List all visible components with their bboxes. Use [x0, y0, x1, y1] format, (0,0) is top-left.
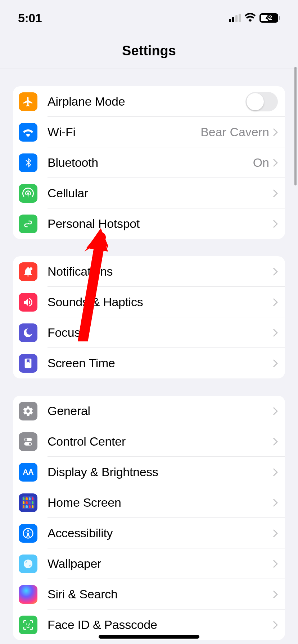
row-label: Focus	[48, 326, 273, 340]
chevron-right-icon	[273, 267, 278, 276]
row-bluetooth[interactable]: Bluetooth On	[13, 147, 285, 178]
row-label: Wi-Fi	[48, 125, 200, 139]
row-label: General	[48, 404, 273, 418]
screen-time-icon	[19, 354, 37, 373]
wifi-icon	[19, 123, 37, 142]
row-label: Sounds & Haptics	[48, 295, 273, 309]
page-title: Settings	[0, 29, 298, 69]
row-notifications[interactable]: Notifications	[13, 256, 285, 287]
chevron-right-icon	[273, 621, 278, 629]
row-label: Display & Brightness	[48, 465, 273, 479]
row-label: Cellular	[48, 186, 273, 200]
chevron-right-icon	[273, 560, 278, 568]
chevron-right-icon	[273, 359, 278, 368]
row-label: Accessibility	[48, 526, 273, 540]
row-label: Notifications	[48, 264, 273, 279]
airplane-icon	[19, 92, 37, 111]
chevron-right-icon	[273, 468, 278, 477]
general-icon	[19, 402, 37, 420]
row-label: Airplane Mode	[48, 95, 245, 109]
focus-icon	[19, 323, 37, 342]
row-focus[interactable]: Focus	[13, 317, 285, 348]
row-sounds-haptics[interactable]: Sounds & Haptics	[13, 287, 285, 317]
chevron-right-icon	[273, 298, 278, 307]
row-siri-search[interactable]: Siri & Search	[13, 579, 285, 610]
cellular-icon	[19, 184, 37, 203]
row-display-brightness[interactable]: AA Display & Brightness	[13, 457, 285, 487]
chevron-right-icon	[273, 128, 278, 137]
home-screen-icon	[19, 493, 37, 512]
section-connectivity: Airplane Mode Wi-Fi Bear Cavern Bluetoot…	[13, 86, 285, 239]
bluetooth-icon	[19, 153, 37, 172]
svg-point-4	[29, 442, 32, 445]
row-control-center[interactable]: Control Center	[13, 426, 285, 457]
chevron-right-icon	[273, 498, 278, 507]
row-label: Personal Hotspot	[48, 217, 273, 231]
display-icon: AA	[19, 463, 37, 482]
sounds-icon	[19, 293, 37, 312]
cellular-signal-icon	[229, 14, 241, 22]
row-label: Wallpaper	[48, 557, 273, 571]
scroll-indicator[interactable]	[294, 67, 297, 185]
control-center-icon	[19, 432, 37, 451]
settings-list[interactable]: Airplane Mode Wi-Fi Bear Cavern Bluetoot…	[0, 86, 298, 640]
row-screen-time[interactable]: Screen Time	[13, 348, 285, 378]
status-time: 5:01	[18, 11, 42, 25]
bluetooth-status: On	[253, 156, 269, 170]
hotspot-icon	[19, 215, 37, 233]
row-label: Home Screen	[48, 496, 273, 510]
notifications-icon	[19, 262, 37, 281]
chevron-right-icon	[273, 189, 278, 198]
row-wallpaper[interactable]: Wallpaper	[13, 548, 285, 579]
row-label: Siri & Search	[48, 587, 273, 601]
row-label: Face ID & Passcode	[48, 618, 273, 632]
status-indicators: 42	[229, 13, 280, 23]
chevron-right-icon	[273, 407, 278, 415]
chevron-right-icon	[273, 437, 278, 446]
chevron-right-icon	[273, 158, 278, 167]
row-home-screen[interactable]: Home Screen	[13, 487, 285, 518]
row-accessibility[interactable]: Accessibility	[13, 518, 285, 548]
row-wifi[interactable]: Wi-Fi Bear Cavern	[13, 117, 285, 147]
section-notifications: Notifications Sounds & Haptics Focus Scr…	[13, 256, 285, 378]
chevron-right-icon	[273, 529, 278, 538]
status-bar: 5:01 42	[0, 0, 298, 29]
airplane-mode-toggle[interactable]	[245, 92, 278, 111]
row-label: Bluetooth	[48, 156, 253, 170]
row-label: Screen Time	[48, 356, 273, 370]
svg-point-6	[27, 530, 29, 532]
wallpaper-icon	[19, 555, 37, 573]
row-general[interactable]: General	[13, 396, 285, 426]
accessibility-icon	[19, 524, 37, 543]
row-cellular[interactable]: Cellular	[13, 178, 285, 208]
row-airplane-mode[interactable]: Airplane Mode	[13, 86, 285, 117]
home-indicator[interactable]	[99, 635, 199, 639]
row-personal-hotspot[interactable]: Personal Hotspot	[13, 208, 285, 239]
face-id-icon	[19, 616, 37, 634]
siri-icon	[19, 585, 37, 604]
svg-point-2	[25, 438, 27, 441]
chevron-right-icon	[273, 328, 278, 337]
wifi-status-icon	[244, 13, 256, 23]
chevron-right-icon	[273, 220, 278, 228]
wifi-network-name: Bear Cavern	[200, 125, 269, 139]
row-label: Control Center	[48, 434, 273, 448]
svg-point-0	[30, 267, 32, 270]
section-general: General Control Center AA Display & Brig…	[13, 396, 285, 640]
chevron-right-icon	[273, 590, 278, 599]
battery-indicator: 42	[259, 13, 280, 23]
